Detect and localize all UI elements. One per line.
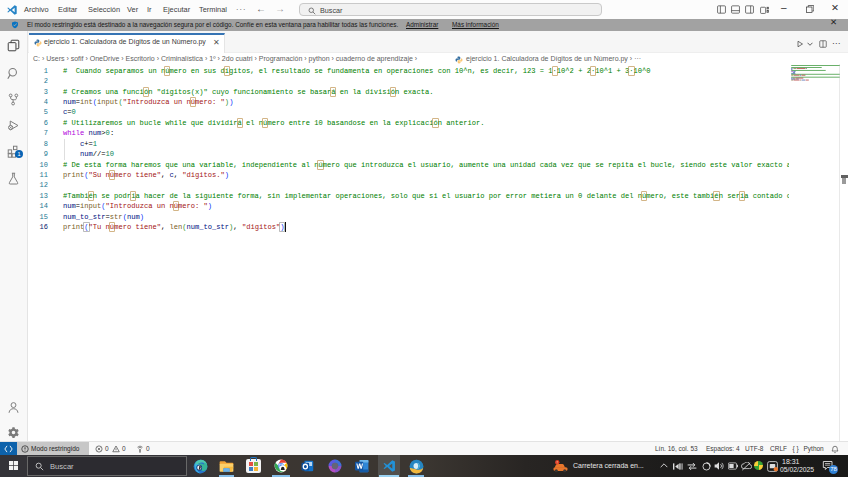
svg-text:!: ! bbox=[557, 460, 558, 465]
